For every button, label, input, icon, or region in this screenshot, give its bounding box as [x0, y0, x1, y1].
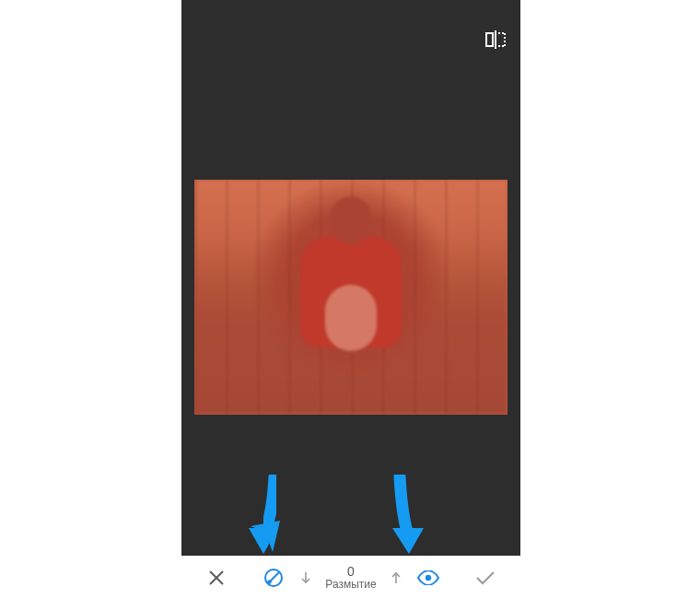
svg-rect-0	[495, 30, 496, 49]
editor-screen: 0 Размытие	[181, 0, 520, 599]
check-icon	[475, 570, 496, 585]
svg-point-9	[267, 580, 271, 583]
close-icon	[207, 569, 226, 587]
brush-tool-button[interactable]	[255, 556, 292, 599]
adjust-label: Размытие	[325, 579, 376, 590]
image-canvas[interactable]	[194, 180, 508, 415]
value-adjuster: 0 Размытие	[292, 556, 410, 599]
arrow-up-icon	[390, 571, 402, 584]
preview-mask-button[interactable]	[410, 556, 447, 599]
cancel-button[interactable]	[198, 556, 235, 599]
increase-button[interactable]	[386, 568, 406, 588]
selection-mask-overlay	[194, 180, 508, 415]
eye-icon	[417, 570, 439, 585]
svg-rect-1	[486, 33, 493, 46]
svg-point-12	[426, 574, 431, 580]
compare-icon	[485, 30, 506, 49]
decrease-button[interactable]	[296, 568, 316, 588]
arrow-down-icon	[299, 571, 312, 584]
compare-button[interactable]	[482, 26, 509, 53]
brush-icon	[263, 568, 284, 588]
bottom-toolbar: 0 Размытие	[181, 556, 520, 599]
adjust-value: 0	[347, 565, 355, 578]
editor-canvas-area	[181, 0, 520, 556]
confirm-button[interactable]	[467, 556, 504, 599]
